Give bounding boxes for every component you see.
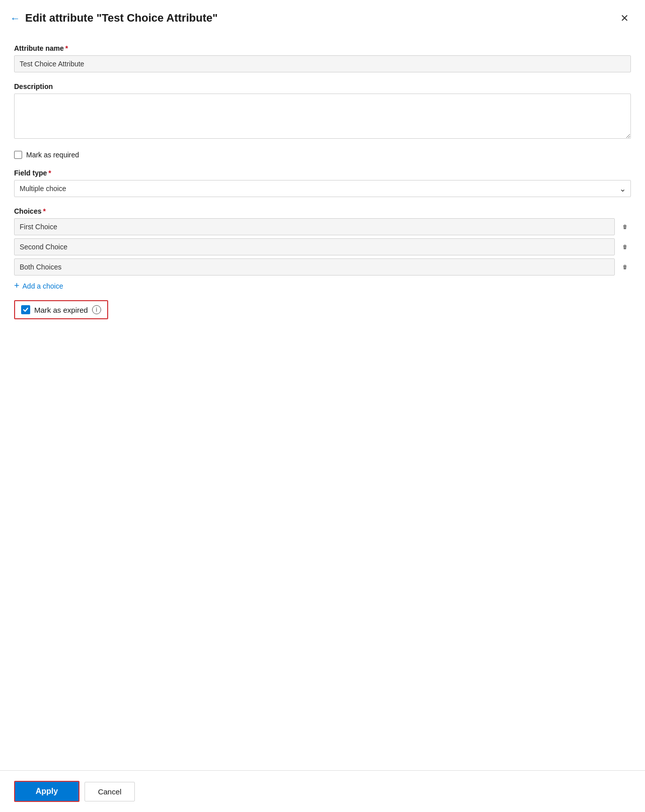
checkmark-icon	[23, 307, 29, 313]
info-icon[interactable]: i	[92, 305, 101, 314]
description-label: Description	[14, 82, 631, 91]
mark-expired-label: Mark as expired	[34, 306, 88, 314]
field-type-select-wrapper: Multiple choice Single choice Text Date …	[14, 180, 631, 197]
add-choice-plus-icon: +	[14, 281, 20, 291]
field-type-select[interactable]: Multiple choice Single choice Text Date	[14, 180, 631, 197]
panel-header: ← Edit attribute "Test Choice Attribute"…	[0, 0, 645, 34]
panel-body: Attribute name * Description Mark as req…	[0, 34, 645, 770]
mark-required-checkbox[interactable]	[14, 151, 22, 159]
field-type-group: Field type * Multiple choice Single choi…	[14, 169, 631, 197]
trash-icon-1	[622, 224, 628, 230]
trash-icon-2	[622, 244, 628, 250]
add-choice-row[interactable]: + Add a choice	[14, 281, 631, 291]
add-choice-label: Add a choice	[23, 282, 63, 290]
attribute-name-group: Attribute name *	[14, 44, 631, 72]
choice-input-3[interactable]	[14, 258, 615, 276]
title-row: ← Edit attribute "Test Choice Attribute"	[10, 12, 218, 25]
choices-group: Choices *	[14, 207, 631, 319]
description-textarea[interactable]	[14, 94, 631, 139]
trash-icon-3	[622, 264, 628, 270]
apply-button[interactable]: Apply	[14, 781, 79, 802]
cancel-button[interactable]: Cancel	[85, 782, 135, 801]
field-type-required-star: *	[48, 169, 51, 177]
panel-footer: Apply Cancel	[0, 770, 645, 812]
close-button[interactable]: ✕	[618, 10, 631, 26]
attribute-name-input[interactable]	[14, 55, 631, 72]
choice-item-3	[14, 258, 631, 276]
choices-list	[14, 218, 631, 276]
description-group: Description	[14, 82, 631, 141]
mark-expired-section: Mark as expired i	[14, 300, 108, 319]
choices-label: Choices *	[14, 207, 631, 215]
choice-item-1	[14, 218, 631, 235]
delete-choice-3-button[interactable]	[619, 261, 631, 273]
mark-expired-checkbox[interactable]	[21, 305, 30, 314]
panel-title: Edit attribute "Test Choice Attribute"	[25, 12, 218, 25]
delete-choice-1-button[interactable]	[619, 221, 631, 233]
mark-required-label[interactable]: Mark as required	[26, 151, 79, 159]
delete-choice-2-button[interactable]	[619, 241, 631, 253]
choice-input-2[interactable]	[14, 238, 615, 255]
choices-required-star: *	[43, 207, 45, 215]
mark-required-row: Mark as required	[14, 151, 631, 159]
field-type-label: Field type *	[14, 169, 631, 177]
edit-attribute-panel: ← Edit attribute "Test Choice Attribute"…	[0, 0, 645, 812]
choice-input-1[interactable]	[14, 218, 615, 235]
back-arrow-icon[interactable]: ←	[10, 13, 20, 24]
choice-item-2	[14, 238, 631, 255]
required-star: *	[65, 44, 68, 52]
attribute-name-label: Attribute name *	[14, 44, 631, 52]
